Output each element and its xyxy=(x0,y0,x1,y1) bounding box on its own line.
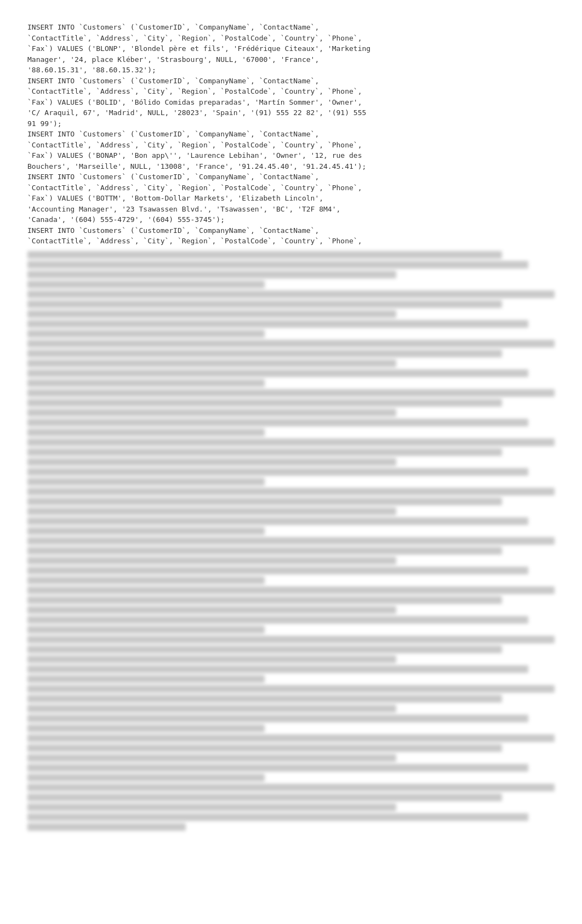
blurred-code-area xyxy=(27,251,555,831)
sql-code: INSERT INTO `Customers` (`CustomerID`, `… xyxy=(27,22,555,247)
code-container: INSERT INTO `Customers` (`CustomerID`, `… xyxy=(27,22,555,831)
